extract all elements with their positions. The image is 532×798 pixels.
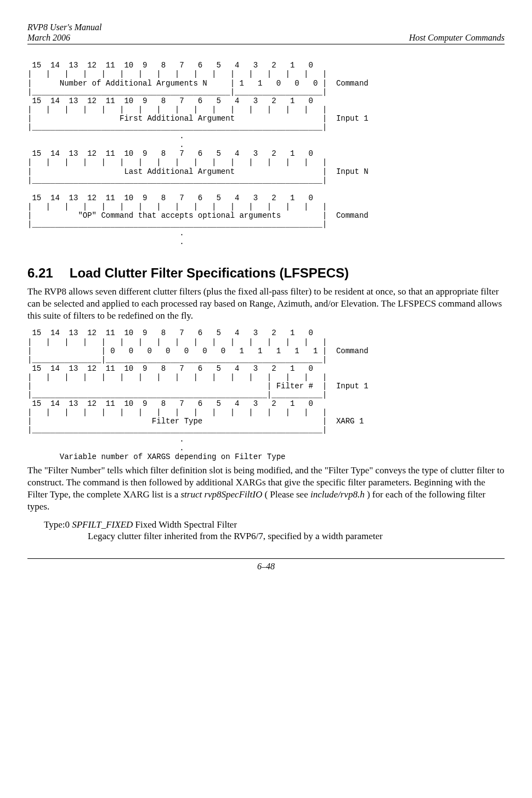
header-title: RVP8 User's Manual <box>27 22 102 32</box>
page-header: RVP8 User's Manual March 2006 Host Compu… <box>27 22 505 44</box>
para2-text-c: ( Please see <box>262 489 310 500</box>
para2-include: include/rvp8.h <box>310 489 365 500</box>
type0-line: Type:0 SPFILT_FIXED Fixed Width Spectral… <box>44 519 505 530</box>
type0-const: SPFILT_FIXED <box>72 519 133 530</box>
page-number: 6–48 <box>257 562 275 571</box>
type0-prefix: Type:0 <box>44 519 72 530</box>
header-date: March 2006 <box>27 32 102 43</box>
header-right: Host Computer Commands <box>409 32 505 43</box>
para2-struct: struct rvp8SpecFiltIO <box>180 489 262 500</box>
section-title: Load Clutter Filter Specifications (LFSP… <box>70 265 349 280</box>
type0-desc-short: Fixed Width Spectral Filter <box>133 519 237 530</box>
bit-diagram-1: 15 14 13 12 11 10 9 8 7 6 5 4 3 2 1 0 | … <box>27 61 505 246</box>
paragraph-1: The RVP8 allows seven different clutter … <box>27 286 505 322</box>
paragraph-2: The "Filter Number" tells which filter d… <box>27 465 505 513</box>
section-number: 6.21 <box>27 265 53 280</box>
bit-diagram-2: 15 14 13 12 11 10 9 8 7 6 5 4 3 2 1 0 | … <box>27 329 505 461</box>
section-heading: 6.21Load Clutter Filter Specifications (… <box>27 265 505 281</box>
type0-description: Legacy clutter filter inherited from the… <box>88 531 505 542</box>
page-footer: 6–48 <box>27 558 505 571</box>
